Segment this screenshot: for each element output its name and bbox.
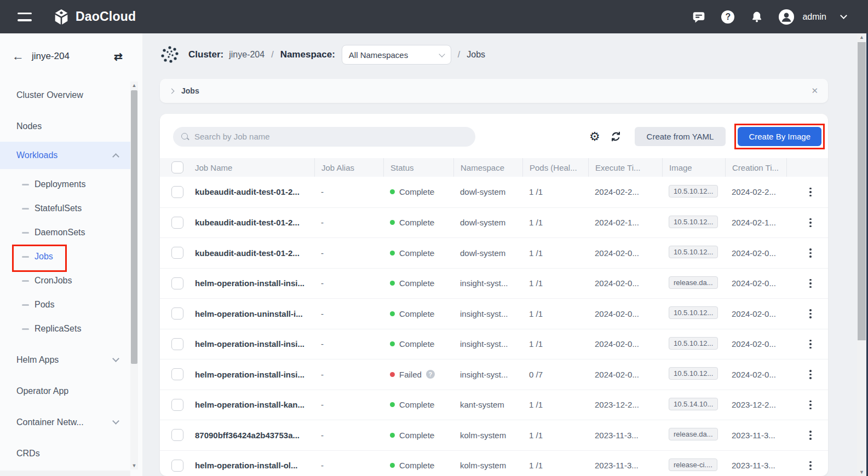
sidebar-item[interactable]: Workloads (0, 142, 130, 169)
row-actions-kebab-icon[interactable] (807, 185, 814, 199)
create-from-yaml-button[interactable]: Create from YAML (635, 127, 726, 146)
row-actions-kebab-icon[interactable] (807, 277, 814, 291)
job-name-link[interactable]: helm-operation-install-ol... (188, 461, 314, 470)
row-actions-kebab-icon[interactable] (807, 459, 814, 473)
status-text: Completed (399, 278, 435, 288)
image-chip[interactable]: 10.5.10.12... (669, 216, 718, 228)
table-body: kubeaudit-audit-test-01-2... - Completed… (160, 177, 828, 476)
row-actions-kebab-icon[interactable] (807, 428, 814, 442)
image-chip[interactable]: 10.5.10.12... (669, 367, 718, 380)
row-checkbox[interactable] (171, 338, 183, 350)
breadcrumb: Cluster: jinye-204 / Namespace: All Name… (160, 41, 857, 68)
sidebar-item[interactable]: Deployments (0, 172, 130, 196)
sidebar-item[interactable]: Container Netw... (0, 407, 130, 438)
job-name-link[interactable]: kubeaudit-audit-test-01-2... (188, 248, 314, 258)
namespace-selected-value: All Namespaces (349, 50, 408, 60)
sidebar-item[interactable]: StatefulSets (0, 196, 130, 220)
column-header-job-alias[interactable]: Job Alias (314, 158, 383, 177)
create-by-image-button[interactable]: Create By Image (738, 127, 821, 146)
job-alias: - (314, 339, 383, 349)
pods-cell: 1 /1 (522, 339, 588, 349)
job-name-link[interactable]: helm-operation-install-insi... (188, 370, 314, 379)
notifications-bell-icon[interactable] (750, 10, 764, 24)
sidebar-item[interactable]: Pods (0, 293, 130, 317)
row-actions-kebab-icon[interactable] (807, 307, 814, 321)
sidebar-item[interactable]: CRDs (0, 438, 130, 469)
scroll-up-icon[interactable]: ▲ (132, 82, 137, 89)
gear-icon[interactable]: ⚙ (589, 131, 600, 143)
row-checkbox[interactable] (171, 217, 183, 229)
row-actions-kebab-icon[interactable] (807, 246, 814, 260)
row-actions-kebab-icon[interactable] (807, 398, 814, 412)
sidebar-item[interactable]: CronJobs (0, 269, 130, 293)
sidebar-item[interactable]: Helm Apps (0, 344, 130, 375)
sidebar-item[interactable]: DaemonSets (0, 220, 130, 245)
row-checkbox[interactable] (171, 368, 183, 380)
row-actions-kebab-icon[interactable] (807, 338, 814, 351)
image-chip[interactable]: release.da... (669, 276, 718, 289)
image-chip[interactable]: 10.5.10.12... (669, 246, 718, 258)
search-input[interactable] (194, 132, 457, 141)
row-checkbox[interactable] (171, 399, 183, 411)
column-header-status[interactable]: Status (383, 158, 453, 177)
namespace-cell: dowl-system (453, 248, 522, 258)
job-name-link[interactable]: helm-operation-install-insi... (188, 339, 314, 349)
scroll-down-icon[interactable]: ▼ (859, 468, 864, 476)
hamburger-menu-icon[interactable] (18, 11, 34, 23)
back-arrow-icon[interactable]: ← (12, 49, 24, 63)
column-header-namespace[interactable]: Namespace (453, 158, 522, 177)
job-name-link[interactable]: 87090bff36424a2b43753a... (188, 431, 314, 440)
page-scrollbar[interactable]: ▲ ▼ (857, 33, 866, 476)
image-chip[interactable]: 10.5.10.12... (669, 337, 718, 350)
sidebar-item[interactable]: Jobs (0, 245, 130, 269)
image-chip[interactable]: release-ci.... (669, 458, 717, 471)
sidebar-item[interactable]: Operator App (0, 375, 130, 407)
job-name-link[interactable]: helm-operation-uninstall-i... (188, 309, 314, 318)
namespace-cell: kolm-system (453, 461, 522, 470)
sidebar-item[interactable]: Cluster Overview (0, 79, 130, 111)
sidebar-scrollbar-thumb[interactable] (131, 90, 137, 364)
scroll-down-icon[interactable]: ▼ (132, 462, 137, 469)
job-name-link[interactable]: helm-operation-install-kan... (188, 400, 314, 409)
row-actions-kebab-icon[interactable] (807, 216, 814, 230)
status-help-icon[interactable]: ? (426, 370, 435, 379)
messages-icon[interactable] (692, 10, 706, 24)
user-menu-chevron-down-icon[interactable] (840, 12, 847, 19)
column-header-image[interactable]: Image (662, 158, 725, 177)
job-name-link[interactable]: kubeaudit-audit-test-01-2... (188, 218, 314, 227)
refresh-icon[interactable] (610, 131, 622, 142)
column-header-pods[interactable]: Pods (Heal... (522, 158, 588, 177)
tab-close-icon[interactable]: ✕ (811, 86, 818, 96)
column-header-execute-time[interactable]: Execute Ti... (588, 158, 662, 177)
sidebar-item[interactable]: Nodes (0, 111, 130, 142)
image-chip[interactable]: 10.5.10.12... (669, 306, 718, 319)
help-icon[interactable]: ? (721, 10, 735, 24)
brand-name: DaoCloud (76, 9, 136, 24)
row-actions-kebab-icon[interactable] (807, 368, 814, 381)
sidebar-item[interactable]: ReplicaSets (0, 317, 130, 341)
row-checkbox[interactable] (171, 186, 183, 198)
job-name-link[interactable]: kubeaudit-audit-test-01-2... (188, 187, 314, 196)
execute-time-cell: 2024-02-2... (588, 187, 662, 196)
row-checkbox[interactable] (171, 460, 183, 472)
job-name-link[interactable]: helm-operation-install-insi... (188, 278, 314, 288)
select-all-checkbox[interactable] (171, 161, 183, 173)
column-header-job-name[interactable]: Job Name (188, 158, 314, 177)
page-title: Jobs (467, 50, 485, 60)
user-avatar[interactable] (779, 9, 794, 25)
image-chip[interactable]: 10.5.10.12... (669, 185, 718, 198)
namespace-select[interactable]: All Namespaces (342, 45, 451, 65)
page-scrollbar-thumb[interactable] (858, 42, 866, 340)
sidebar-scrollbar[interactable]: ▲ ▼ (130, 82, 138, 469)
row-checkbox[interactable] (171, 247, 183, 259)
tab-jobs[interactable]: Jobs (181, 86, 199, 95)
row-checkbox[interactable] (171, 429, 183, 441)
sidebar-hscrollbar[interactable] (0, 471, 130, 476)
row-checkbox[interactable] (171, 307, 183, 320)
image-chip[interactable]: 10.5.14.10... (669, 398, 718, 410)
row-checkbox[interactable] (171, 277, 183, 289)
switch-cluster-icon[interactable]: ⇄ (114, 50, 123, 63)
scroll-up-icon[interactable]: ▲ (859, 33, 864, 41)
column-header-creation-time[interactable]: Creation Ti... (725, 158, 786, 177)
image-chip[interactable]: release.da... (669, 428, 718, 440)
